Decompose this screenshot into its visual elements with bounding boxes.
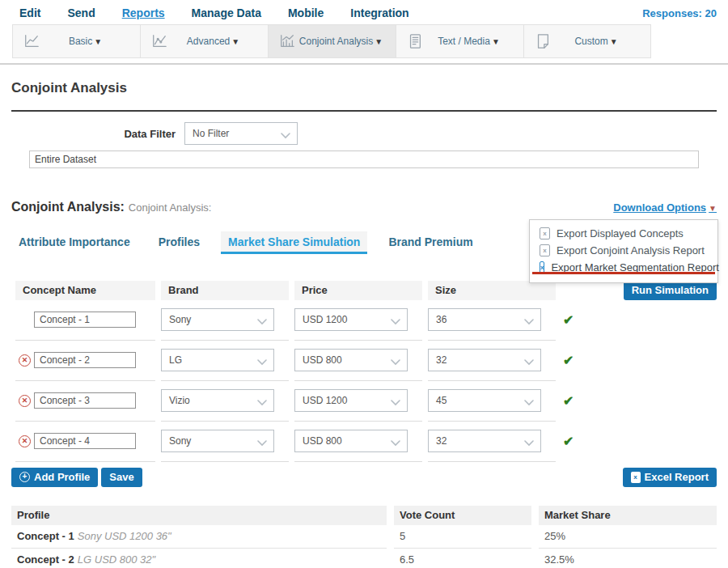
chevron-down-icon xyxy=(524,316,534,323)
toolbar-item-label: Basic▼ xyxy=(40,36,130,47)
report-type-toolbar: Basic▼ Advanced▼ Conjoint Analysis▼ Text… xyxy=(12,24,728,58)
market-share-value: 32.5% xyxy=(539,549,717,568)
chevron-down-icon xyxy=(257,438,267,444)
toolbar-item-label: Conjoint Analysis▼ xyxy=(296,36,386,47)
nav-item-mobile[interactable]: Mobile xyxy=(288,6,324,19)
concept-name-input[interactable] xyxy=(34,312,136,328)
tab-profiles[interactable]: Profiles xyxy=(151,231,207,254)
delete-row-icon[interactable]: ✕ xyxy=(19,395,31,407)
price-select[interactable]: USD 1200 xyxy=(294,308,408,331)
valid-check-icon: ✔ xyxy=(561,393,574,409)
brand-select[interactable]: Sony xyxy=(161,308,274,331)
chevron-down-icon xyxy=(257,397,267,404)
nav-item-integration[interactable]: Integration xyxy=(350,6,408,19)
size-select[interactable]: 32 xyxy=(428,430,541,452)
brand-select[interactable]: Sony xyxy=(161,430,274,452)
size-select[interactable]: 32 xyxy=(428,349,541,371)
action-buttons-row: + Add Profile Save x Excel Report xyxy=(11,468,717,487)
bar-chart-icon xyxy=(278,33,296,49)
nav-item-edit[interactable]: Edit xyxy=(19,6,40,19)
market-share-value: 25% xyxy=(539,525,717,549)
column-header-vote-count: Vote Count xyxy=(394,506,531,525)
table-row: ✕ xyxy=(15,381,155,422)
tab-brand-premium[interactable]: Brand Premium xyxy=(381,231,480,254)
section-header: Conjoint Analysis: Conjoint Analysis: Do… xyxy=(11,200,717,214)
table-row: ✕ xyxy=(15,422,155,462)
document-icon xyxy=(406,33,424,49)
delete-row-icon[interactable]: ✕ xyxy=(19,435,31,447)
vote-count-value: 6.5 xyxy=(394,549,531,568)
data-filter-value: No Filter xyxy=(193,128,229,139)
delete-row-icon[interactable]: ✕ xyxy=(19,354,31,367)
toolbar-item-label: Custom▼ xyxy=(552,36,641,47)
toolbar-item-label: Text / Media▼ xyxy=(424,36,514,47)
concept-name-input[interactable] xyxy=(34,352,136,368)
chevron-down-icon xyxy=(257,316,267,323)
concept-name-input[interactable] xyxy=(34,433,136,449)
toolbar-item-label: Advanced▼ xyxy=(168,36,258,47)
column-header-concept-name: Concept Name xyxy=(15,281,155,300)
tab-market-share-simulation[interactable]: Market Share Simulation xyxy=(221,231,367,254)
dataset-input[interactable] xyxy=(29,150,699,168)
table-row: ✕ xyxy=(15,341,155,381)
chevron-down-icon xyxy=(391,397,400,404)
toolbar-item-custom[interactable]: Custom▼ xyxy=(523,24,651,58)
data-filter-select[interactable]: No Filter xyxy=(184,122,298,145)
download-options-menu: x Export Displayed Concepts x Export Con… xyxy=(529,219,718,283)
brand-select[interactable]: LG xyxy=(161,349,274,371)
caret-down-icon: ▼ xyxy=(709,204,717,213)
toolbar-separator xyxy=(0,63,728,65)
excel-file-icon: x xyxy=(540,227,550,239)
caret-down-icon: ▼ xyxy=(610,37,618,46)
menu-item-export-displayed-concepts[interactable]: x Export Displayed Concepts xyxy=(530,225,717,242)
chevron-down-icon xyxy=(524,357,534,363)
save-button[interactable]: Save xyxy=(101,468,142,487)
results-table: Profile Vote Count Market Share Concept … xyxy=(11,506,717,568)
valid-check-icon: ✔ xyxy=(561,353,574,368)
top-navigation: Edit Send Reports Manage Data Mobile Int… xyxy=(0,0,728,24)
valid-check-icon: ✔ xyxy=(561,312,574,328)
menu-item-export-conjoint-analysis-report[interactable]: x Export Conjoint Analysis Report xyxy=(530,242,717,259)
data-filter-label: Data Filter xyxy=(11,128,176,140)
price-select[interactable]: USD 800 xyxy=(294,349,408,371)
nav-item-reports[interactable]: Reports xyxy=(122,6,165,19)
size-select[interactable]: 45 xyxy=(428,389,541,412)
caret-down-icon: ▼ xyxy=(375,37,383,46)
excel-file-icon: x xyxy=(631,472,641,483)
excel-file-icon: x xyxy=(540,244,550,256)
chevron-down-icon xyxy=(391,316,400,323)
toolbar-item-conjoint-analysis[interactable]: Conjoint Analysis▼ xyxy=(268,24,396,58)
chevron-down-icon xyxy=(281,130,290,137)
nav-item-manage-data[interactable]: Manage Data xyxy=(192,6,261,19)
add-profile-button[interactable]: + Add Profile xyxy=(11,468,98,487)
caret-down-icon: ▼ xyxy=(492,37,500,46)
section-title: Conjoint Analysis: xyxy=(11,200,125,214)
custom-page-icon xyxy=(534,33,552,49)
title-divider xyxy=(11,110,717,112)
run-simulation-button[interactable]: Run Simulation xyxy=(624,281,717,300)
line-chart-icon xyxy=(23,33,40,49)
tab-attribute-importance[interactable]: Attribute Importance xyxy=(11,231,138,254)
plus-circle-icon: + xyxy=(19,472,30,482)
column-header-size: Size xyxy=(428,281,556,300)
table-row: Concept - 2LG USD 800 32" xyxy=(11,549,387,568)
nav-item-send[interactable]: Send xyxy=(67,6,95,19)
chevron-down-icon xyxy=(524,438,534,444)
caret-down-icon: ▼ xyxy=(231,37,239,46)
toolbar-item-basic[interactable]: Basic▼ xyxy=(12,24,140,58)
toolbar-item-advanced[interactable]: Advanced▼ xyxy=(140,24,268,58)
toolbar-item-text-media[interactable]: Text / Media▼ xyxy=(396,24,523,58)
size-select[interactable]: 36 xyxy=(428,308,541,331)
chevron-down-icon xyxy=(391,357,400,363)
column-header-price: Price xyxy=(294,281,422,300)
excel-report-button[interactable]: x Excel Report xyxy=(623,468,717,487)
brand-select[interactable]: Vizio xyxy=(161,389,274,412)
caret-down-icon: ▼ xyxy=(94,37,102,46)
download-options-link[interactable]: Download Options▼ xyxy=(613,201,717,214)
concept-name-input[interactable] xyxy=(34,392,136,409)
menu-item-export-market-segmentation-report[interactable]: x Export Market Segmentation Report xyxy=(530,259,717,276)
price-select[interactable]: USD 800 xyxy=(294,430,408,452)
table-row: Concept - 1Sony USD 1200 36" xyxy=(11,525,387,549)
price-select[interactable]: USD 1200 xyxy=(294,389,408,412)
valid-check-icon: ✔ xyxy=(561,434,574,449)
